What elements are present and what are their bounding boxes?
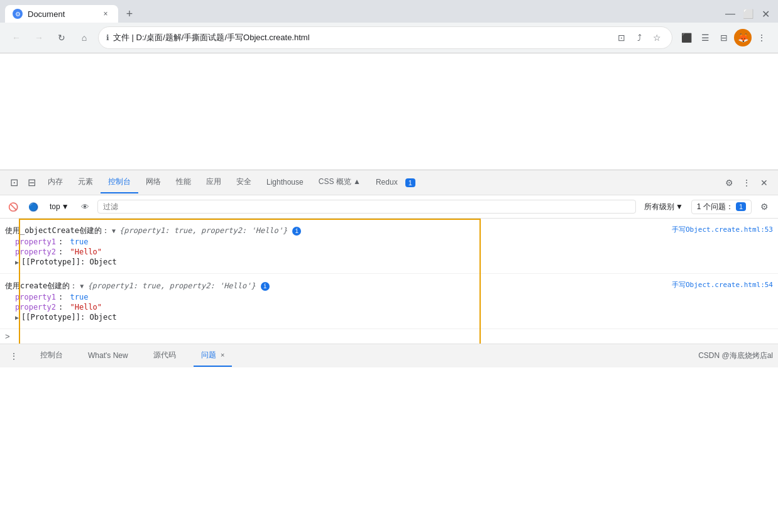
home-button[interactable]: ⌂: [75, 29, 93, 46]
extension-puzzle-icon[interactable]: ⬛: [677, 29, 695, 46]
tab-favicon: [13, 9, 23, 19]
share-icon[interactable]: ⤴: [632, 30, 647, 45]
more-options-icon[interactable]: ⋮: [753, 29, 770, 46]
url-bar[interactable]: ℹ 文件 | D:/桌面/题解/手撕面试题/手写Object.create.ht…: [98, 26, 672, 49]
tab-elements[interactable]: 元素: [70, 171, 101, 193]
filter-icon[interactable]: 🔵: [25, 198, 41, 215]
devtools-more-icon[interactable]: ⋮: [738, 174, 755, 192]
console-entry-1: 使用_objectCreate创建的： ▼ {property1: true, …: [0, 219, 778, 274]
entry-1-proto-icon[interactable]: ▶: [15, 259, 19, 266]
screenshot-icon[interactable]: ⊡: [614, 30, 629, 45]
bottom-tab-issues-label: 问题: [201, 350, 216, 359]
entry-2-proto-icon[interactable]: ▶: [15, 314, 19, 321]
filter-input[interactable]: [97, 200, 636, 214]
watermark: CSDN @海底烧烤店al: [698, 350, 773, 361]
tab-title: Document: [28, 9, 96, 19]
bottom-tab-console[interactable]: 控制台: [33, 345, 70, 367]
entry-1-prop2-sep: :: [58, 247, 67, 256]
bottom-panel: ⋮ 控制台 What's New 源代码 问题 × CSDN @海底烧烤店al: [0, 344, 778, 367]
top-label: top: [50, 202, 60, 211]
level-dropdown-icon: ▼: [676, 202, 683, 211]
bottom-tab-whats-new[interactable]: What's New: [80, 346, 136, 366]
entry-2-info-icon[interactable]: i: [261, 282, 270, 291]
devtools-close-icon[interactable]: ✕: [755, 174, 773, 192]
bottom-tab-issues[interactable]: 问题 ×: [194, 345, 233, 367]
issues-badge[interactable]: 1 个问题： 1: [691, 200, 752, 214]
console-settings-icon[interactable]: ⚙: [755, 198, 773, 215]
top-dropdown-icon: ▼: [62, 202, 69, 211]
device-toggle-icon[interactable]: ⊟: [23, 174, 40, 192]
address-bar: ← → ↻ ⌂ ℹ 文件 | D:/桌面/题解/手撕面试题/手写Object.c…: [0, 23, 778, 53]
tab-close-button[interactable]: ×: [101, 9, 111, 19]
browser-tab[interactable]: Document ×: [5, 5, 118, 23]
window-controls: — ⬜ ✕: [723, 6, 773, 21]
entry-1-info-icon[interactable]: i: [292, 227, 301, 236]
devtools-toolbar: ⊡ ⊟ 内存 元素 控制台 网络 性能 应用 安全 Lighthouse CSS…: [0, 170, 778, 195]
tab-network[interactable]: 网络: [138, 171, 168, 193]
tab-lighthouse[interactable]: Lighthouse: [259, 173, 311, 193]
close-window-button[interactable]: ✕: [758, 6, 773, 21]
site-info-icon: ℹ: [106, 33, 109, 42]
forward-button[interactable]: →: [30, 29, 48, 46]
tab-console[interactable]: 控制台: [101, 171, 138, 193]
back-button[interactable]: ←: [8, 29, 25, 46]
level-label: 所有级别: [644, 202, 674, 212]
entry-1-proto-label: [[Prototype]]: Object: [21, 258, 117, 266]
url-actions: ⊡ ⤴ ☆: [614, 30, 664, 45]
bottom-tab-issues-close[interactable]: ×: [221, 351, 224, 359]
tab-application[interactable]: 应用: [199, 171, 229, 193]
entry-2-prop2: property2 : "Hello": [5, 302, 662, 312]
tab-css-overview[interactable]: CSS 概览 ▲: [311, 171, 368, 193]
profile-extension-icon[interactable]: 🦊: [734, 29, 752, 46]
clear-console-icon[interactable]: 🚫: [5, 198, 21, 215]
browser-chrome: Document × + — ⬜ ✕ ← → ↻ ⌂ ℹ 文件 | D:/桌面/…: [0, 0, 778, 53]
console-entry-1-source[interactable]: 手写Object.create.html:53: [667, 222, 778, 237]
entry-1-prop1-key: property1: [15, 237, 56, 246]
entry-2-proto: ▶ [[Prototype]]: Object: [5, 312, 662, 322]
entry-1-prop2-key: property2: [15, 247, 56, 256]
new-tab-button[interactable]: +: [121, 5, 138, 23]
bottom-panel-icon[interactable]: ⋮: [5, 347, 23, 365]
minimize-button[interactable]: —: [723, 6, 738, 21]
bottom-tab-source[interactable]: 源代码: [146, 345, 184, 367]
tab-redux[interactable]: Redux: [368, 173, 405, 193]
tab-bar: Document × + — ⬜ ✕: [0, 0, 778, 23]
console-line-2: 使用create创建的： ▼ {property1: true, propert…: [5, 280, 662, 322]
inspect-element-icon[interactable]: ⊡: [5, 174, 23, 192]
entry-1-summary: {property1: true, property2: 'Hello'}: [119, 226, 287, 235]
redux-badge: 1: [405, 178, 415, 187]
url-path: D:/桌面/题解/手撕面试题/手写Object.create.html: [136, 33, 310, 42]
page-content: [0, 53, 778, 170]
console-content: 使用_objectCreate创建的： ▼ {property1: true, …: [0, 219, 778, 344]
entry-2-prop2-val: "Hello": [70, 303, 102, 312]
tab-performance[interactable]: 性能: [168, 171, 199, 193]
console-entry-2: 使用create创建的： ▼ {property1: true, propert…: [0, 274, 778, 329]
sidebar-icon[interactable]: ⊟: [715, 29, 733, 46]
console-entry-2-source[interactable]: 手写Object.create.html:54: [667, 278, 778, 292]
entry-2-collapse-icon[interactable]: ▼: [80, 283, 84, 290]
console-line-1-header: 使用_objectCreate创建的： ▼ {property1: true, …: [5, 225, 662, 237]
entry-2-summary: {property1: true, property2: 'Hello'}: [87, 281, 255, 290]
entry-1-prop2: property2 : "Hello": [5, 247, 662, 257]
entry-2-proto-label: [[Prototype]]: Object: [21, 313, 117, 322]
entry-1-prop1: property1 : true: [5, 237, 662, 247]
extension-manage-icon[interactable]: ☰: [696, 29, 714, 46]
devtools-settings-icon[interactable]: ⚙: [720, 174, 738, 192]
entry-1-collapse-icon[interactable]: ▼: [112, 227, 116, 234]
bookmark-icon[interactable]: ☆: [649, 30, 664, 45]
top-selector[interactable]: top ▼: [45, 200, 74, 213]
tab-security[interactable]: 安全: [229, 171, 259, 193]
url-text: 文件 | D:/桌面/题解/手撕面试题/手写Object.create.html: [113, 32, 610, 43]
entry-2-prop1-sep: :: [58, 293, 67, 301]
reload-button[interactable]: ↻: [53, 29, 70, 46]
eye-icon[interactable]: 👁: [77, 198, 94, 215]
prompt-symbol: >: [5, 332, 10, 341]
maximize-button[interactable]: ⬜: [740, 6, 755, 21]
entry-2-label: 使用create创建的：: [5, 281, 77, 291]
entry-1-prop1-sep: :: [58, 237, 67, 246]
entry-2-prop2-key: property2: [15, 303, 56, 312]
level-selector[interactable]: 所有级别 ▼: [640, 200, 688, 214]
entry-1-prop1-val: true: [70, 237, 88, 246]
tab-memory[interactable]: 内存: [40, 171, 70, 193]
console-entry-2-content: 使用create创建的： ▼ {property1: true, propert…: [0, 278, 667, 325]
